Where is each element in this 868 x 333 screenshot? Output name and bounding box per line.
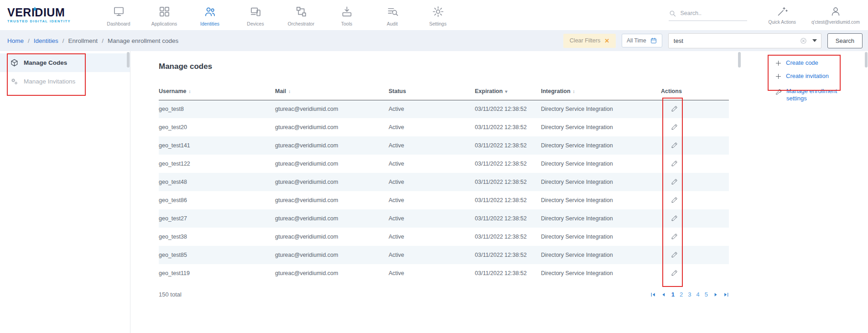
edit-pencil-icon[interactable] (671, 160, 678, 167)
cell-integration: Directory Service Integration (541, 155, 661, 173)
table-row[interactable]: geo_test85 gtureac@veridiumid.com Active… (159, 246, 729, 264)
first-page-icon[interactable] (650, 292, 656, 297)
create-invitation-label: Create invitation (786, 73, 829, 80)
nav-label: Devices (247, 21, 264, 26)
panel-scrollbar[interactable] (738, 52, 741, 68)
cell-integration: Directory Service Integration (541, 228, 661, 246)
col-label: Username (159, 88, 186, 94)
table-row[interactable]: geo_test119 gtureac@veridiumid.com Activ… (159, 264, 729, 282)
sidebar-scrollbar[interactable] (127, 52, 130, 68)
logo-tagline: TRUSTED DIGITAL IDENTITY (7, 19, 76, 23)
page-number-1[interactable]: 1 (671, 291, 675, 298)
devices-icon (249, 5, 262, 18)
table-row[interactable]: geo_test141 gtureac@veridiumid.com Activ… (159, 136, 729, 155)
breadcrumb-home[interactable]: Home (7, 37, 24, 44)
time-filter-button[interactable]: All Time (622, 34, 662, 47)
edit-pencil-icon[interactable] (671, 233, 678, 240)
create-invitation-link[interactable]: Create invitation (775, 73, 859, 80)
nav-audit[interactable]: Audit (369, 4, 415, 26)
col-integration[interactable]: Integration (541, 83, 661, 100)
edit-pencil-icon[interactable] (671, 123, 678, 130)
table-row[interactable]: geo_test86 gtureac@veridiumid.com Active… (159, 191, 729, 209)
page-number-3[interactable]: 3 (688, 291, 691, 298)
page-number-2[interactable]: 2 (680, 291, 683, 298)
edit-pencil-icon[interactable] (671, 105, 678, 112)
main-nav: Dashboard Applications Identities Device… (96, 4, 461, 26)
edit-pencil-icon[interactable] (671, 141, 678, 149)
sidebar-item-manage-codes[interactable]: Manage Codes (0, 53, 130, 72)
nav-settings[interactable]: Settings (415, 4, 461, 26)
edit-pencil-icon[interactable] (671, 269, 678, 276)
cell-mail: gtureac@veridiumid.com (275, 136, 389, 155)
cell-username: geo_test122 (159, 155, 275, 173)
page-scrollbar[interactable] (865, 52, 868, 68)
content-body: Manage Codes Manage Invitations Manage c… (0, 51, 868, 333)
create-code-link[interactable]: Create code (775, 59, 859, 67)
page-number-5[interactable]: 5 (705, 291, 708, 298)
col-status[interactable]: Status (389, 83, 475, 100)
cell-integration: Directory Service Integration (541, 191, 661, 209)
cell-expiration: 03/11/2022 12:38:52 (475, 246, 541, 264)
clear-filters-button[interactable]: Clear Filters ✕ (563, 34, 616, 48)
veridium-logo[interactable]: VERIDIUM TRUSTED DIGITAL IDENTITY (7, 7, 76, 23)
cell-username: geo_test86 (159, 191, 275, 209)
table-footer: 150 total 1 2 3 4 5 (159, 291, 729, 298)
cell-status: Active (389, 191, 475, 209)
table-row[interactable]: geo_test8 gtureac@veridiumid.com Active … (159, 100, 729, 118)
table-row[interactable]: geo_test48 gtureac@veridiumid.com Active… (159, 173, 729, 191)
global-search-input[interactable] (680, 10, 735, 16)
nav-orchestrator[interactable]: Orchestrator (278, 4, 324, 26)
manage-enrollment-settings-link[interactable]: Manage enrollment settings (775, 88, 843, 103)
cell-integration: Directory Service Integration (541, 209, 661, 228)
cell-mail: gtureac@veridiumid.com (275, 246, 389, 264)
nav-label: Audit (387, 21, 398, 26)
col-label: Status (389, 88, 406, 94)
user-email: q'ctest@veridiumid.com (811, 20, 860, 25)
col-username[interactable]: Username (159, 83, 275, 100)
col-mail[interactable]: Mail (275, 83, 389, 100)
cell-actions (661, 209, 729, 228)
edit-pencil-icon[interactable] (671, 214, 678, 222)
search-dropdown-caret-icon[interactable] (812, 39, 817, 42)
filter-search-input[interactable] (674, 37, 800, 44)
cell-username: geo_test27 (159, 209, 275, 228)
nav-dashboard[interactable]: Dashboard (96, 4, 141, 26)
table-row[interactable]: geo_test122 gtureac@veridiumid.com Activ… (159, 155, 729, 173)
table-row[interactable]: geo_test38 gtureac@veridiumid.com Active… (159, 228, 729, 246)
search-icon (669, 10, 676, 17)
cell-username: geo_test38 (159, 228, 275, 246)
main-content: Manage codes Username Mail Status Expira… (130, 51, 738, 333)
global-search[interactable] (669, 10, 747, 21)
quick-actions[interactable]: Quick Actions (768, 6, 796, 25)
nav-label: Applications (151, 21, 177, 26)
search-button[interactable]: Search (827, 33, 863, 48)
nav-tools[interactable]: Tools (324, 4, 369, 26)
cell-mail: gtureac@veridiumid.com (275, 191, 389, 209)
create-code-label: Create code (786, 59, 818, 67)
user-account[interactable]: q'ctest@veridiumid.com (811, 6, 860, 25)
nav-label: Orchestrator (288, 21, 314, 26)
clear-filters-label: Clear Filters (570, 37, 600, 44)
edit-pencil-icon[interactable] (671, 251, 678, 258)
sidebar-item-manage-invitations[interactable]: Manage Invitations (0, 72, 130, 91)
edit-pencil-icon[interactable] (671, 196, 678, 203)
cell-status: Active (389, 246, 475, 264)
nav-identities[interactable]: Identities (187, 4, 233, 26)
plus-icon (775, 60, 782, 67)
plus-icon (775, 73, 782, 80)
table-row[interactable]: geo_test27 gtureac@veridiumid.com Active… (159, 209, 729, 228)
clear-input-icon[interactable] (800, 37, 807, 45)
prev-page-icon[interactable] (661, 292, 666, 297)
sort-both-icon (188, 89, 191, 94)
breadcrumb-identities[interactable]: Identities (34, 37, 58, 44)
nav-applications[interactable]: Applications (141, 4, 187, 26)
nav-devices[interactable]: Devices (233, 4, 278, 26)
next-page-icon[interactable] (713, 292, 718, 297)
edit-pencil-icon[interactable] (671, 178, 678, 185)
col-expiration[interactable]: Expiration (475, 83, 541, 100)
cell-mail: gtureac@veridiumid.com (275, 155, 389, 173)
table-row[interactable]: geo_test20 gtureac@veridiumid.com Active… (159, 118, 729, 136)
last-page-icon[interactable] (723, 292, 729, 297)
page-number-4[interactable]: 4 (696, 291, 700, 298)
user-icon (830, 6, 841, 17)
